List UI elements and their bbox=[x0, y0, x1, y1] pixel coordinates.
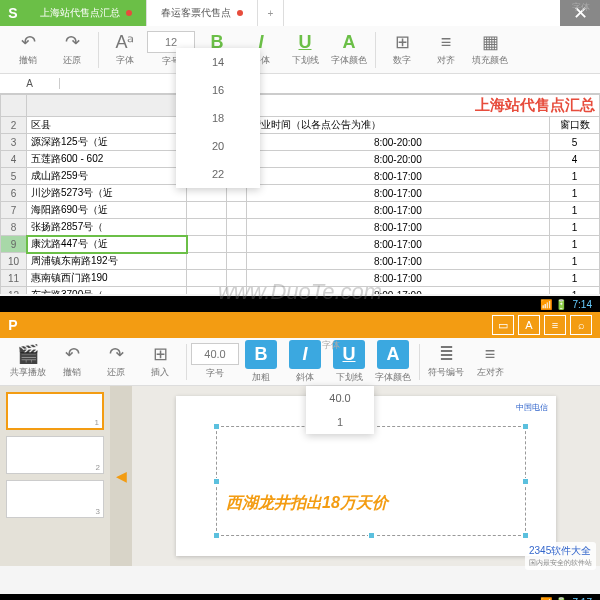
cell[interactable]: 1 bbox=[550, 270, 600, 287]
cell[interactable]: 1 bbox=[550, 168, 600, 185]
cell[interactable]: 8:00-17:00 bbox=[246, 236, 549, 253]
cell[interactable]: 4 bbox=[550, 151, 600, 168]
cell[interactable]: 8:00-17:00 bbox=[246, 287, 549, 295]
cell-ref[interactable]: A bbox=[0, 78, 60, 89]
dropdown-option[interactable]: 1 bbox=[306, 410, 374, 434]
number-button[interactable]: ⊞数字 bbox=[380, 28, 424, 72]
cell[interactable]: 惠南镇西门路190 bbox=[27, 270, 187, 287]
cell[interactable]: 1 bbox=[550, 202, 600, 219]
resize-handle[interactable] bbox=[522, 532, 529, 539]
row-header[interactable]: 10 bbox=[1, 253, 27, 270]
align-button[interactable]: ≡左对齐 bbox=[468, 340, 512, 384]
row-header[interactable]: 8 bbox=[1, 219, 27, 236]
search-icon[interactable]: ⌕ bbox=[570, 315, 592, 335]
redo-button[interactable]: ↷还原 bbox=[94, 340, 138, 384]
font-button[interactable]: Aᵃ字体 bbox=[103, 28, 147, 72]
tab-1[interactable]: 上海站代售点汇总 bbox=[26, 0, 147, 26]
col-header[interactable] bbox=[27, 95, 187, 117]
cell[interactable]: 8:00-17:00 bbox=[246, 253, 549, 270]
row-header[interactable]: 6 bbox=[1, 185, 27, 202]
slide-title-text[interactable]: 西湖龙井拍出18万天价 bbox=[226, 493, 388, 514]
cell[interactable]: 8:00-17:00 bbox=[246, 202, 549, 219]
resize-handle[interactable] bbox=[213, 478, 220, 485]
menu-icon[interactable]: ≡ bbox=[544, 315, 566, 335]
row-header[interactable]: 5 bbox=[1, 168, 27, 185]
thumbnail[interactable]: 1 bbox=[6, 392, 104, 430]
font-size-button[interactable]: 40.0字号 bbox=[191, 340, 239, 384]
cell[interactable]: 8:00-17:00 bbox=[246, 219, 549, 236]
resize-handle[interactable] bbox=[522, 423, 529, 430]
corner-cell[interactable] bbox=[1, 95, 27, 117]
cell[interactable]: 5 bbox=[550, 134, 600, 151]
cell[interactable]: 1 bbox=[550, 253, 600, 270]
resize-handle[interactable] bbox=[522, 478, 529, 485]
dropdown-option[interactable]: 16 bbox=[176, 76, 260, 104]
cell[interactable]: 五莲路600 - 602 bbox=[27, 151, 187, 168]
thumbnail[interactable]: 2 bbox=[6, 436, 104, 474]
selected-cell[interactable]: 康沈路447号（近 bbox=[27, 236, 187, 253]
italic-button[interactable]: I斜体 bbox=[283, 340, 327, 384]
font-color-button[interactable]: A字体颜色 bbox=[371, 340, 415, 384]
cell[interactable]: 1 bbox=[550, 219, 600, 236]
bold-button[interactable]: B加粗 bbox=[239, 340, 283, 384]
dropdown-option[interactable]: 14 bbox=[176, 48, 260, 76]
resize-handle[interactable] bbox=[368, 532, 375, 539]
cell[interactable]: 源深路125号（近 bbox=[27, 134, 187, 151]
header-cell[interactable]: 营业时间（以各点公告为准） bbox=[246, 117, 549, 134]
resize-handle[interactable] bbox=[213, 423, 220, 430]
selected-textbox[interactable] bbox=[216, 426, 526, 536]
cell[interactable]: 8:00-17:00 bbox=[246, 185, 549, 202]
cell[interactable]: 海阳路690号（近 bbox=[27, 202, 187, 219]
cell[interactable]: 张扬路2857号（ bbox=[27, 219, 187, 236]
tab-add-button[interactable]: + bbox=[258, 0, 284, 26]
text-icon[interactable]: A bbox=[518, 315, 540, 335]
cell[interactable]: 1 bbox=[550, 185, 600, 202]
cell[interactable]: 周浦镇东南路192号 bbox=[27, 253, 187, 270]
row-header[interactable]: 2 bbox=[1, 117, 27, 134]
row-header[interactable]: 7 bbox=[1, 202, 27, 219]
row-header[interactable]: 4 bbox=[1, 151, 27, 168]
collapse-thumbs-button[interactable]: ◀ bbox=[110, 386, 132, 566]
font-color-button[interactable]: A字体颜色 bbox=[327, 28, 371, 72]
row-header[interactable]: 11 bbox=[1, 270, 27, 287]
cell[interactable]: 8:00-20:00 bbox=[246, 134, 549, 151]
title-cell[interactable]: 上海站代售点汇总 bbox=[227, 95, 600, 117]
align-button[interactable]: ≡对齐 bbox=[424, 28, 468, 72]
undo-button[interactable]: ↶撤销 bbox=[6, 28, 50, 72]
font-size-dropdown[interactable]: 40.0 1 bbox=[306, 386, 374, 434]
layout-icon[interactable]: ▭ bbox=[492, 315, 514, 335]
cell[interactable]: 1 bbox=[550, 287, 600, 295]
redo-button[interactable]: ↷还原 bbox=[50, 28, 94, 72]
resize-handle[interactable] bbox=[213, 532, 220, 539]
cell[interactable]: 成山路259号 bbox=[27, 168, 187, 185]
cell[interactable]: 东方路3700号（ bbox=[27, 287, 187, 295]
dropdown-option[interactable]: 18 bbox=[176, 104, 260, 132]
font-size-dropdown[interactable]: 14 16 18 20 22 bbox=[176, 48, 260, 188]
insert-button[interactable]: ⊞插入 bbox=[138, 340, 182, 384]
dropdown-option[interactable]: 22 bbox=[176, 160, 260, 188]
row-header[interactable]: 3 bbox=[1, 134, 27, 151]
undo-button[interactable]: ↶撤销 bbox=[50, 340, 94, 384]
header-cell[interactable]: 窗口数 bbox=[550, 117, 600, 134]
cell[interactable]: 川沙路5273号（近 bbox=[27, 185, 187, 202]
underline-button[interactable]: U下划线 bbox=[283, 28, 327, 72]
cell[interactable]: 1 bbox=[550, 236, 600, 253]
row-header[interactable]: 12 bbox=[1, 287, 27, 295]
thumbnail[interactable]: 3 bbox=[6, 480, 104, 518]
app-icon-slides[interactable]: P bbox=[0, 312, 26, 338]
spreadsheet[interactable]: 上海站代售点汇总 2区县营业时间（以各点公告为准）窗口数 3源深路125号（近8… bbox=[0, 94, 600, 294]
app-icon-sheets[interactable]: S bbox=[0, 0, 26, 26]
header-cell[interactable]: 区县 bbox=[27, 117, 187, 134]
share-button[interactable]: 🎬共享播放 bbox=[6, 340, 50, 384]
tab-2[interactable]: 春运客票代售点 bbox=[147, 0, 258, 26]
dropdown-option[interactable]: 20 bbox=[176, 132, 260, 160]
cell[interactable]: 8:00-17:00 bbox=[246, 270, 549, 287]
dropdown-option[interactable]: 40.0 bbox=[306, 386, 374, 410]
row-header[interactable]: 9 bbox=[1, 236, 27, 253]
bullets-button[interactable]: ≣符号编号 bbox=[424, 340, 468, 384]
cell[interactable]: 8:00-17:00 bbox=[246, 168, 549, 185]
cell[interactable]: 8:00-20:00 bbox=[246, 151, 549, 168]
fill-button[interactable]: ▦填充颜色 bbox=[468, 28, 512, 72]
slide-canvas[interactable]: 40.0 1 中国电信 西湖龙井拍出18万天价 bbox=[132, 386, 600, 566]
font-size-input[interactable]: 40.0 bbox=[191, 343, 239, 365]
